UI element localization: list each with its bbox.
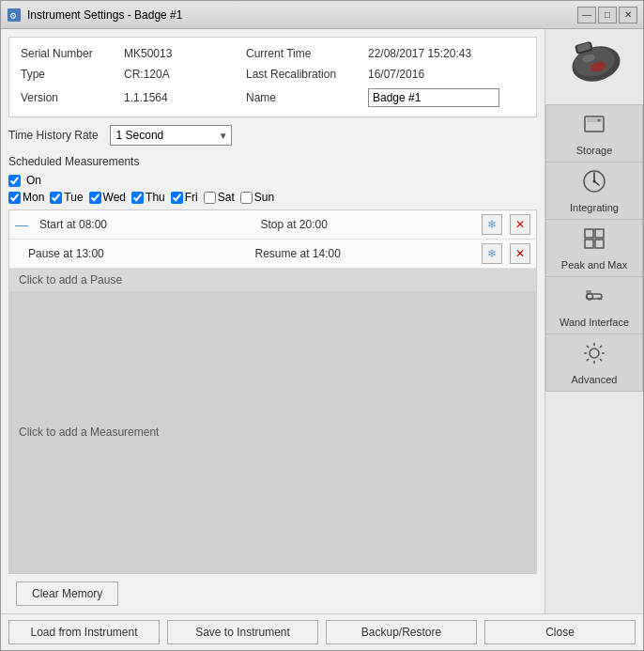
snow-btn-2[interactable]: ❄ [482,243,502,264]
rate-select[interactable]: 1 Second 5 Seconds 30 Seconds 1 Minute [110,125,232,146]
start-text-1: Start at 08:00 [39,218,253,231]
add-measurement-button[interactable]: Click to add a Measurement [9,291,536,573]
close-button[interactable]: Close [484,620,636,644]
schedule-row-1: — Start at 08:00 Stop at 20:00 ❄ ✕ [9,210,536,240]
info-grid: Serial Number MK50013 Current Time 22/08… [21,47,525,107]
on-checkbox-row: On [8,174,537,187]
svg-point-14 [593,180,596,183]
pause-text-2: Pause at 13:00 [28,247,248,260]
window-title: Instrument Settings - Badge #1 [27,8,577,22]
name-input[interactable] [368,88,499,107]
delete-btn-1[interactable]: ✕ [510,214,530,235]
day-sun: Sun [240,191,274,204]
minimize-button[interactable]: — [577,7,596,23]
integrating-button[interactable]: Integrating [545,163,643,220]
on-checkbox[interactable] [8,175,21,187]
last-recal-value: 16/07/2016 [368,68,525,81]
snow-btn-1[interactable]: ❄ [482,214,502,235]
storage-icon [581,111,607,142]
peak-and-max-label: Peak and Max [561,259,627,271]
delete-icon-1: ✕ [515,218,525,231]
tue-label: Tue [64,191,83,204]
wand-interface-label: Wand Interface [560,317,629,328]
rate-row: Time History Rate 1 Second 5 Seconds 30 … [8,125,537,146]
delete-icon-2: ✕ [515,247,525,260]
peak-and-max-button[interactable]: Peak and Max [545,220,643,277]
badge-image [555,33,635,99]
tue-checkbox[interactable] [50,192,62,204]
info-section: Serial Number MK50013 Current Time 22/08… [8,37,537,117]
backup-restore-button[interactable]: Backup/Restore [326,620,477,644]
svg-rect-19 [587,294,602,299]
save-to-instrument-button[interactable]: Save to Instrument [167,620,318,644]
close-window-button[interactable]: ✕ [619,7,637,23]
on-label: On [26,174,41,187]
schedule-row-2: Pause at 13:00 Resume at 14:00 ❄ ✕ [9,240,536,269]
mon-checkbox[interactable] [8,192,21,204]
storage-button[interactable]: Storage [545,104,643,163]
integrating-icon [581,168,607,199]
svg-text:⚙: ⚙ [9,11,17,21]
name-label: Name [246,91,368,104]
window-icon: ⚙ [7,8,22,23]
rate-label: Time History Rate [8,129,99,142]
sun-checkbox[interactable] [240,192,253,204]
day-wed: Wed [89,191,126,204]
footer-bar: Load from Instrument Save to Instrument … [1,613,643,650]
storage-label: Storage [576,145,613,156]
main-window: ⚙ Instrument Settings - Badge #1 — □ ✕ S… [0,0,644,651]
bottom-area: Clear Memory [8,574,537,613]
sun-label: Sun [254,191,274,204]
stop-text-1: Stop at 20:00 [261,218,475,231]
wand-interface-button[interactable]: Wand Interface [545,277,643,334]
day-mon: Mon [8,191,44,204]
svg-line-30 [600,359,602,361]
delete-btn-2[interactable]: ✕ [510,243,530,264]
last-recal-label: Last Recalibration [246,68,368,81]
clear-memory-button[interactable]: Clear Memory [16,581,118,606]
day-thu: Thu [131,191,165,204]
current-time-label: Current Time [246,47,368,60]
wand-interface-icon [581,283,607,314]
day-tue: Tue [50,191,83,204]
settings-section: Time History Rate 1 Second 5 Seconds 30 … [1,117,544,613]
add-pause-button[interactable]: Click to add a Pause [9,269,536,291]
svg-line-32 [587,359,589,361]
wed-checkbox[interactable] [89,192,101,204]
window-body: Serial Number MK50013 Current Time 22/08… [1,29,643,613]
svg-rect-15 [585,229,593,238]
main-panel: Serial Number MK50013 Current Time 22/08… [1,29,544,613]
fri-label: Fri [185,191,198,204]
mon-label: Mon [23,191,44,204]
serial-label: Serial Number [21,47,124,60]
advanced-button[interactable]: Advanced [545,334,643,392]
title-bar: ⚙ Instrument Settings - Badge #1 — □ ✕ [1,1,643,29]
peak-and-max-icon [581,225,607,256]
day-sat: Sat [204,191,235,204]
current-time-value: 22/08/2017 15:20:43 [368,47,525,60]
day-fri: Fri [171,191,198,204]
svg-rect-23 [586,290,591,293]
wed-label: Wed [103,191,126,204]
fri-checkbox[interactable] [171,192,183,204]
svg-point-10 [598,119,601,122]
maximize-button[interactable]: □ [598,7,617,23]
dash-icon-1: — [15,217,28,232]
integrating-label: Integrating [570,202,619,213]
sat-checkbox[interactable] [204,192,216,204]
svg-rect-16 [595,229,604,238]
advanced-label: Advanced [572,374,618,385]
schedule-box: — Start at 08:00 Stop at 20:00 ❄ ✕ Pause… [8,209,537,574]
svg-rect-17 [585,240,593,248]
advanced-icon [581,340,607,371]
badge-svg [557,36,632,97]
version-value: 1.1.1564 [124,91,246,104]
snowflake-icon-2: ❄ [487,247,497,260]
svg-point-24 [590,349,599,358]
load-from-instrument-button[interactable]: Load from Instrument [8,620,160,644]
thu-checkbox[interactable] [131,192,144,204]
svg-line-31 [600,346,602,348]
sat-label: Sat [218,191,235,204]
type-value: CR:120A [124,68,246,81]
rate-select-wrapper: 1 Second 5 Seconds 30 Seconds 1 Minute ▼ [110,125,232,146]
